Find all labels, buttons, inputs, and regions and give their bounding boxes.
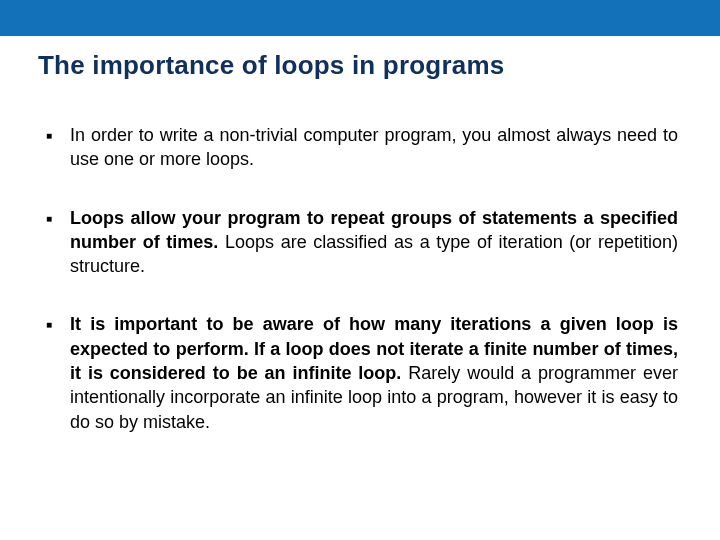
slide-body: ■ In order to write a non-trivial comput… — [0, 81, 720, 434]
bullet-marker-icon: ■ — [46, 312, 70, 332]
bullet-marker-icon: ■ — [46, 206, 70, 226]
slide-title: The importance of loops in programs — [0, 36, 720, 81]
bullet-text: It is important to be aware of how many … — [70, 312, 678, 433]
bullet-item: ■ In order to write a non-trivial comput… — [46, 123, 678, 172]
header-bar — [0, 0, 720, 36]
bullet-text: In order to write a non-trivial computer… — [70, 123, 678, 172]
bullet-marker-icon: ■ — [46, 123, 70, 143]
bullet-text: Loops allow your program to repeat group… — [70, 206, 678, 279]
bullet-item: ■ It is important to be aware of how man… — [46, 312, 678, 433]
bullet-item: ■ Loops allow your program to repeat gro… — [46, 206, 678, 279]
slide: The importance of loops in programs ■ In… — [0, 0, 720, 540]
